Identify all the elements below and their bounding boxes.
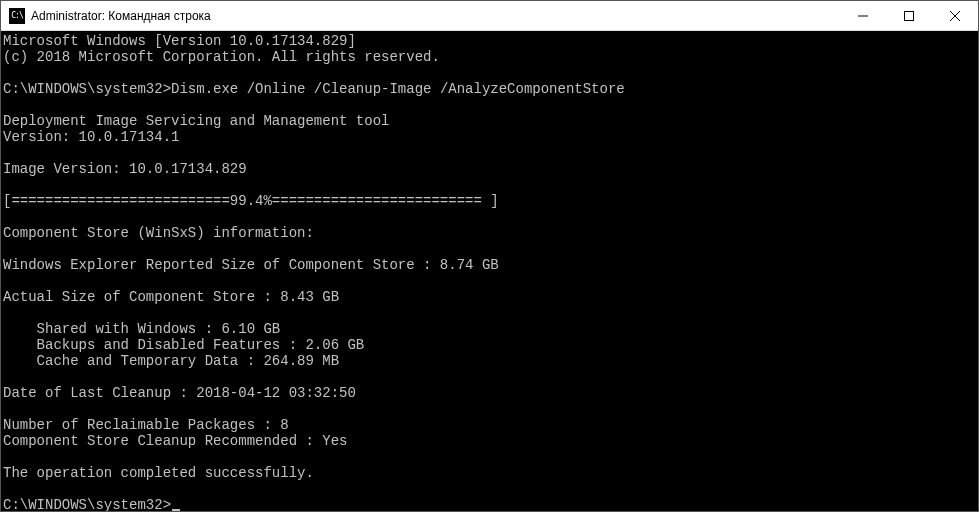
image-version-line: Image Version: 10.0.17134.829 xyxy=(3,161,247,177)
prompt-2: C:\WINDOWS\system32> xyxy=(3,497,171,511)
reclaimable-packages: Number of Reclaimable Packages : 8 xyxy=(3,417,289,433)
last-cleanup: Date of Last Cleanup : 2018-04-12 03:32:… xyxy=(3,385,356,401)
prompt-1: C:\WINDOWS\system32> xyxy=(3,81,171,97)
explorer-reported-size: Windows Explorer Reported Size of Compon… xyxy=(3,257,499,273)
cache-temp: Cache and Temporary Data : 264.89 MB xyxy=(3,353,339,369)
progress-bar: [==========================99.4%========… xyxy=(3,193,499,209)
maximize-button[interactable] xyxy=(886,1,932,30)
dism-version-line: Version: 10.0.17134.1 xyxy=(3,129,179,145)
cmd-icon: C:\ xyxy=(9,8,25,24)
cursor xyxy=(172,509,180,511)
minimize-button[interactable] xyxy=(840,1,886,30)
banner-line-2: (c) 2018 Microsoft Corporation. All righ… xyxy=(3,49,440,65)
dism-tool-line: Deployment Image Servicing and Managemen… xyxy=(3,113,389,129)
window-controls xyxy=(840,1,978,30)
actual-size: Actual Size of Component Store : 8.43 GB xyxy=(3,289,339,305)
component-info-heading: Component Store (WinSxS) information: xyxy=(3,225,314,241)
cleanup-recommended: Component Store Cleanup Recommended : Ye… xyxy=(3,433,347,449)
backups-disabled: Backups and Disabled Features : 2.06 GB xyxy=(3,337,364,353)
banner-line-1: Microsoft Windows [Version 10.0.17134.82… xyxy=(3,33,356,49)
terminal-output[interactable]: Microsoft Windows [Version 10.0.17134.82… xyxy=(1,31,978,511)
close-button[interactable] xyxy=(932,1,978,30)
command-1: Dism.exe /Online /Cleanup-Image /Analyze… xyxy=(171,81,625,97)
titlebar[interactable]: C:\ Administrator: Командная строка xyxy=(1,1,978,31)
window-title: Administrator: Командная строка xyxy=(31,9,840,23)
success-line: The operation completed successfully. xyxy=(3,465,314,481)
svg-rect-1 xyxy=(905,11,914,20)
shared-with-windows: Shared with Windows : 6.10 GB xyxy=(3,321,280,337)
